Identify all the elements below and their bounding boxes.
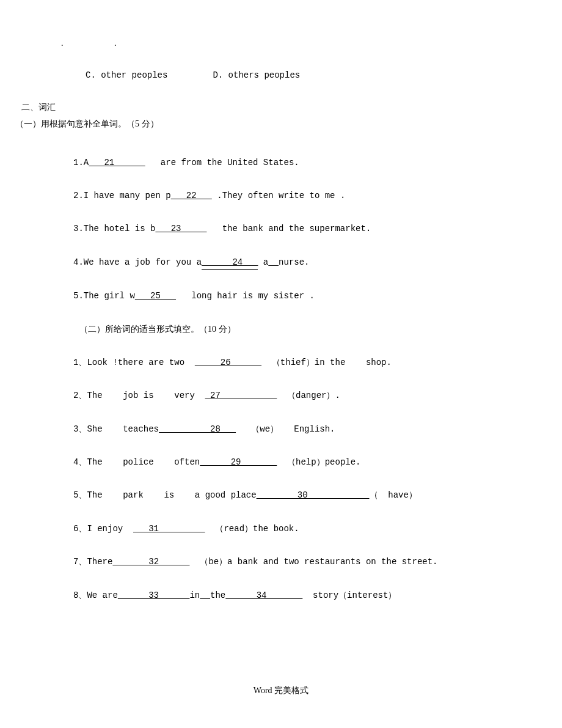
p7-blank: 32 bbox=[112, 557, 189, 567]
p5-blank: 30 bbox=[257, 490, 370, 500]
q5: 5.The girl w 25 long hair is my sister . bbox=[73, 289, 550, 303]
subsection-1-header: （一）用根据句意补全单词。（5 分） bbox=[12, 117, 550, 131]
p7-post: （be）a bank and two restaurants on the st… bbox=[189, 557, 437, 567]
p6-blank: 31 bbox=[133, 524, 205, 534]
p8: 8、We are 33 in the 34 story（interest） bbox=[73, 589, 550, 602]
p1: 1、Look !there are two 26 （thief）in the s… bbox=[73, 356, 550, 369]
p3-post: （we） English. bbox=[236, 424, 335, 434]
p3-pre: 3、She teaches bbox=[73, 424, 159, 434]
p7: 7、There 32 （be）a bank and two restaurant… bbox=[73, 555, 550, 568]
q1-blank: 21 bbox=[89, 158, 145, 167]
p8-blank: 33 bbox=[118, 590, 190, 600]
p3-blank: 28 bbox=[159, 424, 236, 434]
p8-blank2 bbox=[200, 590, 210, 600]
p1-post: （thief）in the shop. bbox=[261, 358, 392, 367]
p2-post: （danger）. bbox=[277, 391, 340, 400]
q2-pre: 2.I have many pen p bbox=[73, 191, 171, 200]
p1-pre: 1、Look !there are two bbox=[73, 358, 195, 367]
q4-post2: nurse. bbox=[279, 257, 309, 267]
section-2-header: 二、词汇 bbox=[12, 101, 550, 114]
q3-post: the bank and the supermarket. bbox=[206, 224, 371, 233]
p5-pre: 5、The park is a good place bbox=[73, 490, 257, 500]
q3: 3.The hotel is b 23 the bank and the sup… bbox=[73, 222, 550, 235]
mc-options-row: C. other peoples D. others peoples bbox=[12, 68, 550, 82]
p4-blank: 29 bbox=[200, 457, 277, 467]
p8-mid: in bbox=[189, 590, 200, 600]
p8-blank3: 34 bbox=[225, 590, 302, 600]
p6-post: （read）the book. bbox=[205, 524, 299, 534]
p6: 6、I enjoy 31 （read）the book. bbox=[73, 522, 550, 535]
q1: 1.A 21 are from the United States. bbox=[73, 156, 550, 169]
p1-blank: 26 bbox=[195, 358, 261, 367]
p3: 3、She teaches 28 （we） English. bbox=[73, 422, 550, 436]
subsection-1-questions: 1.A 21 are from the United States. 2.I h… bbox=[12, 156, 550, 303]
q2-blank: 22 bbox=[171, 191, 212, 200]
q5-pre: 5.The girl w bbox=[73, 291, 135, 301]
p6-pre: 6、I enjoy bbox=[73, 524, 133, 534]
p5: 5、The park is a good place 30 （ have） bbox=[73, 488, 550, 502]
q5-post: long hair is my sister . bbox=[176, 291, 315, 301]
q4-pre: 4.We have a job for you a bbox=[73, 257, 202, 267]
q1-post: are from the United States. bbox=[145, 158, 299, 167]
p8-pre: 8、We are bbox=[73, 590, 118, 600]
p8-mid2: the bbox=[210, 590, 225, 600]
q4-blank: 24 bbox=[202, 256, 258, 270]
page-footer: Word 完美格式 bbox=[0, 684, 562, 697]
q1-pre: 1.A bbox=[73, 158, 89, 167]
q4-post: a bbox=[258, 257, 268, 267]
header-dots: . . bbox=[12, 37, 550, 50]
subsection-2-questions: 1、Look !there are two 26 （thief）in the s… bbox=[12, 356, 550, 602]
p5-post: （ have） bbox=[370, 490, 417, 500]
p4-pre: 4、The police often bbox=[73, 457, 200, 467]
q5-blank: 25 bbox=[135, 291, 176, 301]
p4-post: （help）people. bbox=[277, 457, 360, 467]
q3-pre: 3.The hotel is b bbox=[73, 224, 155, 233]
q4-blank2 bbox=[268, 257, 279, 267]
subsection-2-header: （二）所给词的适当形式填空。（10 分） bbox=[12, 323, 550, 336]
q2-post: .They often write to me . bbox=[212, 191, 345, 200]
option-c: C. other peoples bbox=[86, 68, 208, 82]
p2-pre: 2、The job is very bbox=[73, 391, 205, 400]
p4: 4、The police often 29 （help）people. bbox=[73, 455, 550, 469]
option-d: D. others peoples bbox=[213, 68, 300, 82]
q3-blank: 23 bbox=[155, 224, 206, 233]
q4: 4.We have a job for you a 24 a nurse. bbox=[73, 256, 550, 270]
p2-blank: 27 bbox=[205, 391, 277, 400]
p8-post: story（interest） bbox=[302, 590, 396, 600]
p2: 2、The job is very 27 （danger）. bbox=[73, 389, 550, 402]
q2: 2.I have many pen p 22 .They often write… bbox=[73, 189, 550, 202]
p7-pre: 7、There bbox=[73, 557, 112, 567]
